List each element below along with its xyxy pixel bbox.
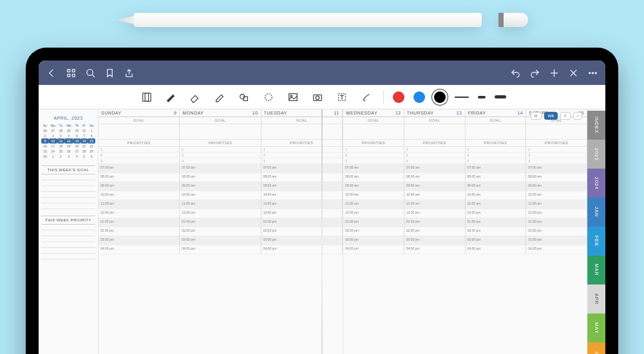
priorities-list[interactable]: 123 (466, 147, 526, 164)
time-slot[interactable]: 09:00 am (180, 182, 260, 191)
highlighter-tool-icon[interactable] (212, 89, 227, 105)
side-tab-feb[interactable]: FEB (587, 227, 605, 256)
time-slot[interactable]: 01:00 pm (261, 218, 342, 227)
priorities-list[interactable]: 123 (404, 147, 465, 164)
time-slot[interactable]: 08:00 am (466, 173, 526, 182)
color-black[interactable] (434, 91, 446, 103)
time-slot[interactable]: 12:00 pm (526, 209, 587, 218)
time-slot[interactable]: 02:00 pm (99, 227, 179, 236)
time-slot[interactable]: 11:00 am (404, 200, 465, 209)
time-slot[interactable]: 07:00 am (343, 164, 404, 173)
bookmark-icon[interactable] (104, 68, 115, 78)
view-pill[interactable]: • (573, 112, 582, 120)
time-slot[interactable]: 11:00 am (261, 200, 342, 209)
priorities-list[interactable]: 123 (343, 147, 404, 164)
time-slot[interactable]: 01:00 pm (180, 218, 260, 227)
time-slot[interactable]: 02:00 pm (404, 227, 465, 236)
goal-space[interactable] (261, 124, 342, 140)
goal-space[interactable] (180, 124, 260, 140)
time-slot[interactable]: 04:00 pm (261, 245, 342, 254)
time-slot[interactable]: 09:00 am (261, 182, 342, 191)
goal-space[interactable] (404, 124, 465, 140)
time-slot[interactable]: 08:00 am (526, 173, 587, 182)
stroke-thick[interactable] (495, 95, 506, 98)
time-slot[interactable]: 01:00 pm (99, 218, 179, 227)
time-slot[interactable]: 01:00 pm (466, 218, 526, 227)
time-slot[interactable]: 10:00 am (343, 191, 404, 200)
search-icon[interactable] (85, 68, 95, 78)
notebook-tool-icon[interactable] (138, 89, 154, 105)
goal-space[interactable] (526, 124, 587, 140)
side-tab-2023[interactable]: 2023 (587, 140, 605, 169)
time-slot[interactable]: 09:00 am (343, 182, 404, 191)
time-slot[interactable]: 02:00 pm (180, 227, 260, 236)
time-slot[interactable]: 12:00 pm (261, 209, 342, 218)
time-slot[interactable]: 10:00 am (261, 191, 342, 200)
time-slot[interactable]: 11:00 am (526, 200, 587, 209)
mini-calendar[interactable]: SuMoTuWeThFrSa26272829303112345678910111… (41, 123, 95, 159)
time-slot[interactable]: 01:00 pm (526, 218, 587, 227)
time-slot[interactable]: 10:00 am (404, 191, 465, 200)
add-icon[interactable] (549, 68, 559, 78)
time-slot[interactable]: 08:00 am (261, 173, 342, 182)
time-slot[interactable]: 04:00 pm (526, 245, 587, 254)
time-slot[interactable]: 01:00 pm (404, 218, 465, 227)
text-tool-icon[interactable] (334, 89, 350, 105)
time-slot[interactable]: 03:00 pm (404, 236, 465, 245)
time-slot[interactable]: 12:00 pm (343, 209, 404, 218)
time-slot[interactable]: 12:00 pm (466, 209, 526, 218)
side-tab-apr[interactable]: APR (587, 284, 605, 313)
time-slot[interactable]: 07:00 am (180, 164, 260, 173)
time-slot[interactable]: 03:00 pm (99, 236, 179, 245)
color-blue[interactable] (413, 91, 425, 103)
side-tab-2024[interactable]: 2024 (587, 169, 605, 198)
time-slot[interactable]: 02:00 pm (343, 227, 404, 236)
goal-lines[interactable] (41, 174, 95, 209)
goal-space[interactable] (466, 124, 526, 140)
undo-icon[interactable] (510, 68, 520, 78)
time-slot[interactable]: 11:00 am (180, 200, 260, 209)
priorities-list[interactable]: 123 (180, 147, 260, 164)
time-slot[interactable]: 11:00 am (466, 200, 526, 209)
side-tab-mar[interactable]: MAR (587, 256, 605, 284)
day-header[interactable]: FRIDAY14 (466, 109, 526, 117)
time-slot[interactable]: 10:00 am (99, 191, 179, 200)
stroke-thin[interactable] (455, 97, 469, 98)
day-header[interactable]: THURSDAY13 (404, 109, 465, 117)
view-pill[interactable]: F (560, 112, 571, 120)
time-slot[interactable]: 11:00 am (343, 200, 404, 209)
time-slot[interactable]: 10:00 am (180, 191, 260, 200)
share-icon[interactable] (124, 68, 134, 78)
time-slot[interactable]: 03:00 pm (343, 236, 404, 245)
time-slot[interactable]: 03:00 pm (526, 236, 587, 245)
more-icon[interactable] (587, 68, 598, 78)
time-slot[interactable]: 07:00 am (526, 164, 587, 173)
time-slot[interactable]: 12:00 pm (404, 209, 465, 218)
day-header[interactable]: TUESDAY11 (261, 109, 342, 117)
time-slot[interactable]: 04:00 pm (343, 245, 404, 254)
goal-space[interactable] (99, 124, 179, 140)
priority-lines[interactable] (41, 225, 95, 259)
time-slot[interactable]: 12:00 pm (99, 209, 179, 218)
time-slot[interactable]: 04:00 pm (404, 245, 465, 254)
priorities-list[interactable]: 123 (99, 147, 179, 164)
pen-tool-icon[interactable] (163, 89, 178, 105)
day-header[interactable]: SUNDAY9 (99, 109, 179, 117)
side-tab-jan[interactable]: JAN (587, 198, 605, 227)
time-slot[interactable]: 03:00 pm (180, 236, 260, 245)
back-icon[interactable] (46, 68, 57, 78)
time-slot[interactable]: 08:00 am (99, 173, 179, 182)
view-pill[interactable]: M (531, 112, 542, 120)
color-red[interactable] (393, 91, 404, 103)
time-slot[interactable]: 01:00 pm (343, 218, 404, 227)
time-slot[interactable]: 07:00 am (99, 164, 179, 173)
time-slot[interactable]: 03:00 pm (466, 236, 526, 245)
time-slot[interactable]: 04:00 pm (466, 245, 526, 254)
time-slot[interactable]: 08:00 am (180, 173, 260, 182)
stroke-medium[interactable] (478, 96, 486, 98)
brush-tool-icon[interactable] (359, 89, 374, 105)
lasso-tool-icon[interactable] (261, 89, 276, 105)
priorities-list[interactable]: 123 (261, 147, 342, 164)
time-slot[interactable]: 07:00 am (261, 164, 342, 173)
time-slot[interactable]: 07:00 am (404, 164, 465, 173)
